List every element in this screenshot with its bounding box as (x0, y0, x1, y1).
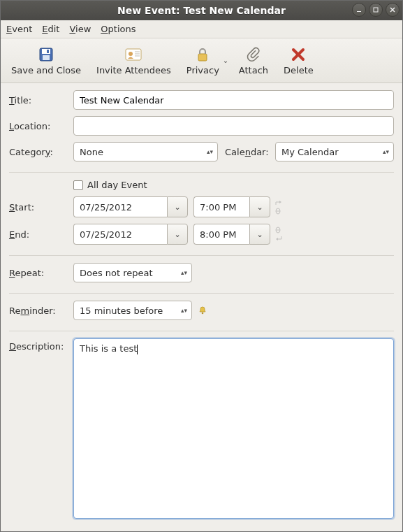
svg-point-9 (129, 52, 133, 56)
repeat-label: Repeat: (9, 268, 73, 278)
menu-options[interactable]: Options (101, 24, 135, 34)
start-label: Start: (9, 202, 73, 213)
location-input[interactable] (73, 116, 394, 136)
description-textarea[interactable]: This is a test (73, 338, 394, 519)
menu-event[interactable]: Event (6, 24, 32, 34)
text-cursor (137, 345, 138, 354)
start-date-dropdown[interactable]: ⌄ (167, 196, 188, 217)
bell-icon (198, 305, 207, 315)
chevron-spin-icon: ▴▾ (207, 150, 213, 154)
start-time-field[interactable]: 7:00 PM ⌄ (193, 196, 270, 217)
save-and-close-button[interactable]: Save and Close (5, 43, 87, 78)
svg-rect-8 (126, 49, 141, 60)
timezone-link-icon (274, 227, 283, 242)
toolbar: Save and Close Invite Attendees Privacy … (1, 38, 402, 83)
window-title: New Event: Test New Calendar (1, 5, 402, 16)
lock-icon (193, 45, 212, 64)
reminder-select[interactable]: 15 minutes before ▴▾ (73, 301, 192, 320)
calendar-value: My Calendar (281, 147, 339, 157)
close-button[interactable] (386, 3, 400, 17)
all-day-checkbox[interactable] (73, 180, 83, 190)
svg-rect-13 (198, 54, 207, 61)
address-card-icon (124, 45, 142, 64)
invite-attendees-button[interactable]: Invite Attendees (90, 43, 177, 78)
minimize-button[interactable] (352, 3, 366, 17)
separator (9, 331, 394, 331)
reminder-label: Reminder: (9, 305, 73, 316)
floppy-disk-icon (37, 45, 55, 64)
start-time-dropdown[interactable]: ⌄ (249, 196, 270, 217)
separator (9, 255, 394, 256)
calendar-label: Calendar: (225, 147, 275, 157)
separator (9, 172, 394, 173)
svg-point-20 (202, 312, 204, 315)
category-select[interactable]: None ▴▾ (73, 142, 218, 161)
svg-rect-1 (374, 8, 378, 12)
timezone-link-icon (274, 199, 283, 215)
category-label: Category: (9, 147, 73, 157)
menu-view[interactable]: View (69, 24, 91, 34)
title-input[interactable] (73, 90, 394, 110)
svg-rect-5 (42, 49, 50, 54)
delete-x-icon (289, 45, 307, 64)
title-label: Title: (9, 95, 73, 106)
end-date-dropdown[interactable]: ⌄ (167, 224, 188, 245)
privacy-button[interactable]: Privacy (180, 43, 226, 78)
all-day-label: All day Event (87, 180, 147, 190)
svg-rect-6 (43, 55, 50, 60)
end-time-field[interactable]: 8:00 PM ⌄ (193, 224, 270, 245)
privacy-dropdown-arrow[interactable]: ⌄ (223, 57, 230, 64)
chevron-spin-icon: ▴▾ (181, 271, 187, 275)
separator (9, 293, 394, 294)
title-bar: New Event: Test New Calendar (1, 1, 402, 20)
start-date-field[interactable]: 07/25/2012 ⌄ (73, 196, 188, 217)
event-form: Title: Location: Category: None ▴▾ Calen… (1, 83, 402, 531)
end-label: End: (9, 229, 73, 240)
attach-button[interactable]: Attach (233, 43, 274, 78)
calendar-select[interactable]: My Calendar ▴▾ (275, 142, 394, 161)
chevron-spin-icon: ▴▾ (383, 150, 389, 154)
location-label: Location: (9, 121, 73, 131)
menu-bar: Event Edit View Options (1, 20, 402, 38)
end-time-dropdown[interactable]: ⌄ (249, 224, 270, 245)
paperclip-icon (244, 45, 263, 64)
repeat-select[interactable]: Does not repeat ▴▾ (73, 263, 192, 282)
svg-rect-7 (47, 50, 49, 53)
svg-rect-0 (357, 11, 361, 12)
delete-button[interactable]: Delete (277, 43, 320, 78)
chevron-spin-icon: ▴▾ (181, 308, 187, 312)
category-value: None (80, 147, 103, 157)
menu-edit[interactable]: Edit (42, 24, 59, 34)
description-label: Description: (9, 338, 73, 352)
end-date-field[interactable]: 07/25/2012 ⌄ (73, 224, 188, 245)
maximize-button[interactable] (369, 3, 383, 17)
